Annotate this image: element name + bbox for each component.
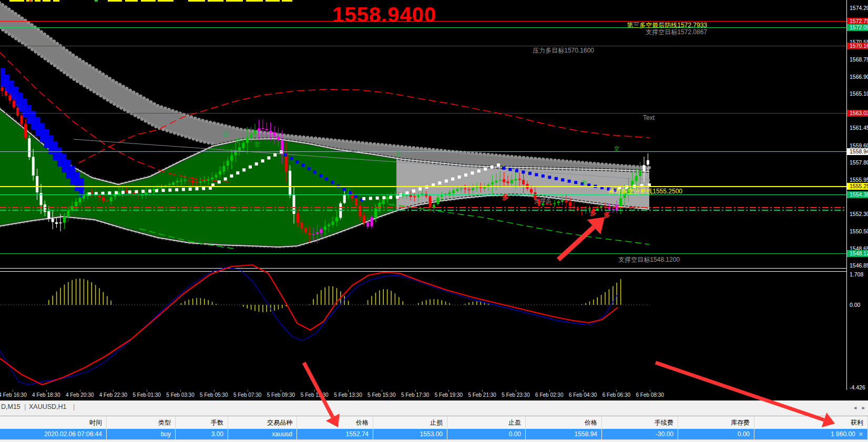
time-label: 5 Feb 15:30 <box>367 392 395 398</box>
candle <box>250 133 252 138</box>
table-cell-止损: 1553.00 <box>373 429 447 439</box>
cell-value: buy <box>161 429 171 439</box>
candle <box>534 192 536 200</box>
table-header-类型[interactable]: 类型 <box>107 416 176 429</box>
candle <box>565 200 568 202</box>
chart-tab-d-m15[interactable]: D,M15 <box>1 403 21 410</box>
orders-table-row[interactable]: 2020.02.06 07:06:44buy3.00xauusd1552.741… <box>0 429 868 439</box>
candle <box>472 188 474 190</box>
stair-dot <box>405 191 409 194</box>
candle <box>619 198 622 205</box>
candle <box>63 217 66 223</box>
candle <box>546 203 548 204</box>
time-tick <box>650 390 650 392</box>
candle <box>21 116 23 124</box>
tab-scroll-right-icon[interactable]: ► <box>861 405 866 410</box>
price-chart-canvas[interactable] <box>0 0 846 390</box>
time-label: 6 Feb 04:30 <box>569 392 597 398</box>
table-header-手数[interactable]: 手数 <box>176 416 228 429</box>
candle <box>24 124 27 138</box>
stair-dot <box>515 169 518 172</box>
stair-dot <box>574 181 577 184</box>
cell-value: 1553.00 <box>420 429 443 439</box>
mt4-terminal: { "big_price": {"text": "1558.9400", "co… <box>0 0 868 442</box>
table-header-价格[interactable]: 价格 <box>526 416 602 429</box>
time-tick <box>415 390 416 392</box>
candle <box>32 157 35 175</box>
stair-dot <box>542 174 545 178</box>
cell-value: 0.00 <box>738 429 750 439</box>
stair-dot <box>295 160 299 163</box>
stair-dot <box>607 188 610 191</box>
stair-dot <box>284 153 287 157</box>
chart-area[interactable]: 1558.9400 第三多空最后防线1572.7933支撑空目标1572.086… <box>0 0 846 390</box>
candle <box>168 184 171 185</box>
table-header-价格[interactable]: 价格 <box>297 416 373 429</box>
time-label: 5 Feb 03:30 <box>166 392 194 398</box>
price-tick: 1550.50 <box>847 228 868 234</box>
candle <box>176 181 179 182</box>
blue-trend-bar <box>57 148 62 167</box>
blue-trend-bar <box>53 141 58 160</box>
table-header-手续费[interactable]: 手续费 <box>602 416 678 429</box>
price-badge-1555.25: 1555.25 <box>847 183 868 190</box>
candle <box>180 180 182 181</box>
stair-dot <box>168 189 171 192</box>
stair-dot <box>155 189 158 192</box>
tab-separator: | <box>73 403 75 410</box>
candle <box>569 202 571 207</box>
candle <box>328 224 330 226</box>
time-tick <box>248 390 248 392</box>
candle <box>518 179 521 180</box>
table-header-止损[interactable]: 止损 <box>373 416 447 429</box>
stair-dot <box>308 167 311 170</box>
stair-dot <box>382 196 385 199</box>
time-label: 6 Feb 08:30 <box>636 392 664 398</box>
table-header-时间[interactable]: 时间 <box>0 416 107 429</box>
candle <box>102 198 105 201</box>
orders-table-header: 时间类型手数交易品种价格止损止盈价格手续费库存费获利 <box>0 416 868 429</box>
candle <box>191 181 194 182</box>
price-tick: 1555.95 <box>847 177 868 183</box>
candle <box>343 195 346 203</box>
stair-dot <box>224 178 227 181</box>
stair-dot <box>484 168 487 171</box>
blue-trend-bar <box>40 123 45 142</box>
stair-dot <box>108 191 111 194</box>
table-header-交易品种[interactable]: 交易品种 <box>228 416 297 429</box>
candle <box>55 222 58 224</box>
price-tick: 1552.30 <box>847 211 868 217</box>
tab-scroll-left-icon[interactable]: ◄ <box>853 405 857 410</box>
table-header-获利[interactable]: 获利 <box>754 416 868 429</box>
candle <box>371 217 373 226</box>
stair-dot <box>508 168 512 171</box>
table-header-库存费[interactable]: 库存费 <box>678 416 754 429</box>
table-header-止盈[interactable]: 止盈 <box>447 416 526 429</box>
candle <box>172 182 175 184</box>
candle <box>436 198 439 204</box>
candle <box>59 222 62 223</box>
close-order-button[interactable]: ✕ <box>859 429 863 439</box>
price-axis: 1574.201572.791572.091570.551570.161568.… <box>846 0 868 390</box>
table-cell-价格: 1552.74 <box>297 429 373 439</box>
chart-tab-xauusd-h1[interactable]: XAUUSD,H1 <box>29 403 67 410</box>
time-tick <box>516 390 516 392</box>
blue-trend-bar <box>75 172 79 191</box>
candle <box>363 215 365 223</box>
time-tick <box>147 390 147 392</box>
candle <box>557 201 560 203</box>
blue-trend-bar <box>66 160 71 179</box>
stair-dot <box>458 176 461 179</box>
stair-dot <box>202 187 205 190</box>
stair-dot <box>445 179 448 182</box>
candle <box>188 180 190 181</box>
stair-dot <box>175 188 178 191</box>
candle <box>417 196 420 197</box>
candle <box>5 91 7 96</box>
stair-dot <box>121 191 125 194</box>
price-tick: 1565.10 <box>847 90 868 97</box>
candle <box>429 196 432 207</box>
macd-fast-line <box>0 268 618 385</box>
candle <box>52 219 54 222</box>
cell-value: 2020.02.06 07:06:44 <box>44 429 102 439</box>
